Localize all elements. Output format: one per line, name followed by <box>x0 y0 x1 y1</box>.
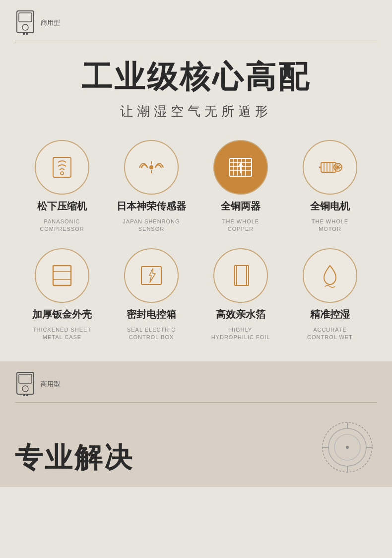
svg-point-29 <box>337 166 339 169</box>
svg-rect-31 <box>53 266 71 285</box>
icon-label-en-case: THICKENED SHEETMETAL CASE <box>33 326 91 342</box>
icon-label-en-compressor: PANASONICCOMPRESSOR <box>40 218 84 233</box>
icon-circle-compressor <box>35 140 89 195</box>
svg-rect-4 <box>26 33 28 35</box>
box-icon <box>136 261 166 290</box>
icon-circle-foil <box>213 248 268 303</box>
copper-icon <box>226 152 256 182</box>
sensor-icon <box>136 152 166 182</box>
dehumidifier-icon-1 <box>15 10 36 36</box>
icon-label-cn-foil: 高效亲水箔 <box>216 308 265 321</box>
section2: 商用型 专业解决 <box>0 361 392 487</box>
svg-rect-38 <box>19 374 32 383</box>
icon-label-cn-copper: 全铜两器 <box>221 200 261 213</box>
section2-content: 专业解决 <box>15 418 377 477</box>
svg-point-49 <box>346 446 349 449</box>
svg-rect-3 <box>23 33 25 35</box>
icons-grid: 松下压缩机 PANASONICCOMPRESSOR 日本神荣传感器 JAPAN … <box>15 140 377 342</box>
icon-circle-box <box>124 248 179 303</box>
brand-header-2: 商用型 <box>15 371 377 397</box>
icon-item-motor: 全铜电机 THE WHOLEMOTOR <box>288 140 372 233</box>
icon-circle-copper <box>213 140 268 195</box>
icon-circle-case <box>35 248 89 303</box>
icon-label-en-sensor: JAPAN SHENRONGSENSOR <box>123 218 180 233</box>
motor-icon <box>315 152 345 182</box>
section2-title: 专业解决 <box>15 439 134 477</box>
icon-circle-motor <box>303 140 357 195</box>
icon-label-cn-sensor: 日本神荣传感器 <box>117 200 186 213</box>
icon-label-en-motor: THE WHOLEMOTOR <box>312 218 348 233</box>
icon-label-en-control: ACCURATECONTROL WET <box>307 326 353 342</box>
hero-title: 工业级核心高配 <box>15 56 377 98</box>
brand-header-1: 商用型 <box>15 10 377 36</box>
svg-point-18 <box>240 171 242 173</box>
svg-rect-1 <box>19 13 32 22</box>
hero-subtitle: 让潮湿空气无所遁形 <box>15 103 377 120</box>
icon-item-case: 加厚钣金外壳 THICKENED SHEETMETAL CASE <box>20 248 104 342</box>
icon-label-cn-compressor: 松下压缩机 <box>37 200 87 213</box>
foil-icon <box>226 261 256 290</box>
svg-point-2 <box>22 24 28 30</box>
icon-label-cn-motor: 全铜电机 <box>310 200 350 213</box>
divider-1 <box>15 41 377 41</box>
icon-item-control: 精准控湿 ACCURATECONTROL WET <box>288 248 372 342</box>
divider-2 <box>15 402 377 403</box>
brand-label-2: 商用型 <box>41 380 60 389</box>
dehumidifier-icon-2 <box>15 371 36 397</box>
icon-label-en-copper: THE WHOLECOPPER <box>222 218 259 233</box>
icon-label-en-foil: HIGHLYHYDROPHILIC FOIL <box>211 326 270 342</box>
icon-item-box: 密封电控箱 SEAL ELECTRICCONTROL BOX <box>109 248 194 342</box>
icon-circle-control <box>303 248 357 303</box>
svg-rect-40 <box>23 394 25 396</box>
section1: 商用型 工业级核心高配 让潮湿空气无所遁形 松下压缩机 PANASONICCOM… <box>0 0 392 361</box>
control-icon <box>315 261 345 290</box>
icon-label-en-box: SEAL ELECTRICCONTROL BOX <box>127 326 176 342</box>
compressor-icon <box>47 152 77 182</box>
icon-label-cn-control: 精准控湿 <box>310 308 350 321</box>
icon-label-cn-case: 加厚钣金外壳 <box>32 308 92 321</box>
svg-point-39 <box>22 386 28 392</box>
case-icon <box>47 261 77 290</box>
svg-rect-41 <box>26 394 28 396</box>
circular-diagram-icon <box>318 418 377 477</box>
icon-item-copper: 全铜两器 THE WHOLECOPPER <box>198 140 283 233</box>
icon-item-foil: 高效亲水箔 HIGHLYHYDROPHILIC FOIL <box>198 248 283 342</box>
icon-item-sensor: 日本神荣传感器 JAPAN SHENRONGSENSOR <box>109 140 194 233</box>
svg-point-6 <box>61 172 64 175</box>
icon-label-cn-box: 密封电控箱 <box>127 308 176 321</box>
svg-point-7 <box>149 165 153 169</box>
icon-circle-sensor <box>124 140 179 195</box>
brand-label-1: 商用型 <box>41 18 60 27</box>
icon-item-compressor: 松下压缩机 PANASONICCOMPRESSOR <box>20 140 104 233</box>
